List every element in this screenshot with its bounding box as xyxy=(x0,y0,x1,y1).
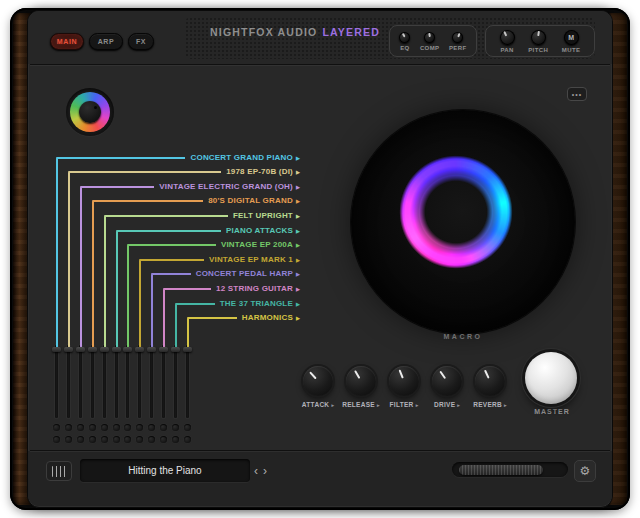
knob-drive[interactable] xyxy=(432,366,462,396)
knob-indicator xyxy=(457,33,460,37)
fader-dot-button[interactable] xyxy=(172,436,179,443)
layer-fader-track[interactable] xyxy=(162,345,165,418)
preset-name: Hitting the Piano xyxy=(128,465,201,476)
fader-dot-button[interactable] xyxy=(101,436,108,443)
tab-fx[interactable]: FX xyxy=(128,33,154,50)
layer-label[interactable]: VINTAGE EP MARK 1▶ xyxy=(204,253,300,266)
layer-connector-v xyxy=(175,304,177,350)
layer-label[interactable]: VINTAGE ELECTRIC GRAND (OH)▶ xyxy=(154,180,300,193)
knob-reverb[interactable] xyxy=(475,366,505,396)
layer-fader-track[interactable] xyxy=(55,345,58,418)
tab-main[interactable]: MAIN xyxy=(50,33,84,50)
layer-fader-handle[interactable] xyxy=(171,347,180,352)
layer-label[interactable]: VINTAGE EP 200A▶ xyxy=(216,238,300,251)
layer-connector-v xyxy=(163,289,165,350)
fader-dot-button[interactable] xyxy=(113,436,120,443)
knob-indicator xyxy=(504,31,507,36)
layer-connector-v xyxy=(80,187,82,350)
comp-knob[interactable] xyxy=(424,32,435,43)
layer-label[interactable]: THE 37 TRIANGLE▶ xyxy=(215,297,300,310)
layer-label[interactable]: 80'S DIGITAL GRAND▶ xyxy=(203,194,300,207)
layer-fader-handle[interactable] xyxy=(123,347,132,352)
layer-label[interactable]: 1978 EP-70B (DI)▶ xyxy=(221,165,300,178)
layer-fader-handle[interactable] xyxy=(183,347,192,352)
knob-indicator xyxy=(309,371,317,379)
tab-arp[interactable]: ARP xyxy=(89,33,123,50)
fader-dot-button[interactable] xyxy=(53,436,60,443)
color-wheel-knob[interactable] xyxy=(66,88,114,136)
mute-button[interactable]: M xyxy=(564,30,579,45)
keyboard-button[interactable] xyxy=(46,461,72,481)
fader-dot-button[interactable] xyxy=(89,424,96,431)
layer-fader-track[interactable] xyxy=(103,345,106,418)
fader-dot-button[interactable] xyxy=(160,424,167,431)
layer-fader-handle[interactable] xyxy=(159,347,168,352)
layer-fader-handle[interactable] xyxy=(135,347,144,352)
layer-fader-track[interactable] xyxy=(115,345,118,418)
layer-fader-handle[interactable] xyxy=(64,347,73,352)
layer-fader-track[interactable] xyxy=(126,345,129,418)
layer-fader-handle[interactable] xyxy=(52,347,61,352)
layer-label[interactable]: PIANO ATTACKS▶ xyxy=(221,224,300,237)
knob-attack[interactable] xyxy=(303,366,333,396)
fader-dot-button[interactable] xyxy=(148,424,155,431)
fader-dot-button[interactable] xyxy=(113,424,120,431)
fader-dot-button[interactable] xyxy=(184,436,191,443)
layer-label-text: VINTAGE EP MARK 1 xyxy=(209,255,293,264)
layer-label[interactable]: CONCERT GRAND PIANO▶ xyxy=(185,151,300,164)
layer-fader-handle[interactable] xyxy=(147,347,156,352)
layer-fader-track[interactable] xyxy=(186,345,189,418)
layer-label-text: 1978 EP-70B (DI) xyxy=(226,167,293,176)
layer-fader-handle[interactable] xyxy=(100,347,109,352)
fader-dot-button[interactable] xyxy=(65,436,72,443)
footer-slider-thumb[interactable] xyxy=(459,465,543,475)
fader-dot-button[interactable] xyxy=(89,436,96,443)
knob-filter[interactable] xyxy=(389,366,419,396)
fader-dot-button[interactable] xyxy=(136,424,143,431)
layer-fader-handle[interactable] xyxy=(112,347,121,352)
options-button[interactable]: ••• xyxy=(567,87,587,101)
fader-dot-button[interactable] xyxy=(77,436,84,443)
pan-knob[interactable] xyxy=(500,30,515,45)
layer-fader-track[interactable] xyxy=(67,345,70,418)
layer-fader-track[interactable] xyxy=(138,345,141,418)
master-knob[interactable] xyxy=(525,352,577,404)
layer-label[interactable]: 12 STRING GUITAR▶ xyxy=(211,282,300,295)
preset-next-button[interactable]: › xyxy=(263,464,267,478)
layer-fader-track[interactable] xyxy=(91,345,94,418)
fader-dot-button[interactable] xyxy=(136,436,143,443)
knob-label-reverb[interactable]: REVERB▸ xyxy=(458,401,522,408)
fader-dot-button[interactable] xyxy=(53,424,60,431)
fader-dot-button[interactable] xyxy=(184,424,191,431)
layer-label[interactable]: CONCERT PEDAL HARP▶ xyxy=(191,267,300,280)
eq-knob[interactable] xyxy=(399,32,410,43)
fader-dot-button[interactable] xyxy=(160,436,167,443)
layer-label-text: PIANO ATTACKS xyxy=(226,226,293,235)
footer-slider[interactable] xyxy=(452,462,568,477)
fader-dot-button[interactable] xyxy=(77,424,84,431)
layer-fader-handle[interactable] xyxy=(76,347,85,352)
perf-knob[interactable] xyxy=(452,32,463,43)
layer-expand-arrow-icon: ▶ xyxy=(296,169,300,175)
layer-expand-arrow-icon: ▶ xyxy=(296,257,300,263)
layer-label[interactable]: FELT UPRIGHT▶ xyxy=(228,209,300,222)
knob-release[interactable] xyxy=(346,366,376,396)
fader-dot-button[interactable] xyxy=(172,424,179,431)
brand-name: NIGHTFOX AUDIO xyxy=(210,26,317,38)
preset-display[interactable]: Hitting the Piano xyxy=(80,459,250,482)
fader-dot-button[interactable] xyxy=(65,424,72,431)
layer-fader-track[interactable] xyxy=(174,345,177,418)
layer-label[interactable]: HARMONICS▶ xyxy=(237,311,300,324)
layer-fader-track[interactable] xyxy=(150,345,153,418)
layer-fader-handle[interactable] xyxy=(88,347,97,352)
preset-prev-button[interactable]: ‹ xyxy=(254,464,258,478)
settings-gear-button[interactable]: ⚙ xyxy=(574,460,596,482)
knob-indicator xyxy=(399,369,404,378)
fader-dot-button[interactable] xyxy=(101,424,108,431)
fader-dot-button[interactable] xyxy=(124,436,131,443)
pitch-knob[interactable] xyxy=(531,30,546,45)
layer-fader-track[interactable] xyxy=(79,345,82,418)
fader-dot-button[interactable] xyxy=(124,424,131,431)
fader-dot-button[interactable] xyxy=(148,436,155,443)
macro-display[interactable] xyxy=(351,110,575,334)
